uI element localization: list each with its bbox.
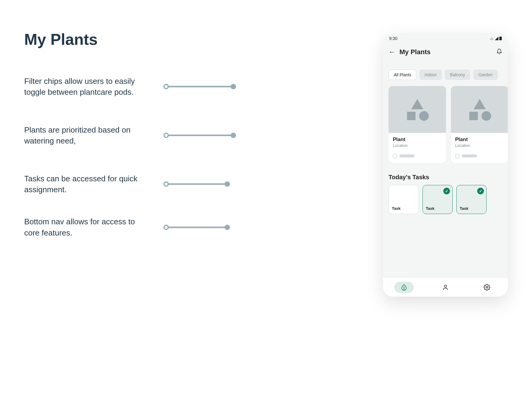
filter-chips: All Plants Indoor Balcony Garden — [383, 70, 508, 86]
plant-location: Location — [393, 143, 442, 148]
plant-name: Plant — [455, 137, 504, 143]
plant-name: Plant — [393, 137, 442, 143]
plant-location: Location — [455, 143, 504, 148]
back-icon[interactable]: ← — [389, 48, 395, 56]
status-bar: 9:30 — [383, 33, 508, 44]
task-cards: Task ✓ Task ✓ Task — [383, 185, 508, 220]
water-icon — [454, 153, 460, 159]
feature-row: Tasks can be accessed for quick assignme… — [24, 173, 260, 195]
feature-text: Filter chips allow users to easily toggl… — [24, 76, 151, 98]
page-headline: My Plants — [24, 30, 260, 48]
bottom-nav — [383, 277, 508, 297]
task-label: Task — [460, 206, 483, 211]
check-icon: ✓ — [443, 188, 450, 194]
water-level-bar — [399, 154, 415, 157]
water-icon — [392, 153, 398, 159]
gear-icon — [484, 284, 490, 291]
feature-row: Plants are prioritized based on watering… — [24, 124, 260, 147]
wifi-icon — [490, 37, 494, 40]
nav-settings[interactable] — [477, 282, 497, 293]
plant-card[interactable]: Plant Location — [451, 86, 508, 163]
battery-icon — [499, 37, 502, 40]
task-card[interactable]: ✓ Task — [422, 185, 453, 214]
nav-plants[interactable] — [394, 282, 414, 293]
notifications-icon[interactable] — [496, 48, 502, 56]
plant-image-placeholder — [389, 86, 446, 133]
feature-text: Plants are prioritized based on watering… — [24, 124, 151, 147]
app-bar: ← My Plants — [383, 44, 508, 61]
svg-point-0 — [444, 285, 446, 287]
feature-text: Bottom nav allows for access to core fea… — [24, 216, 151, 238]
filter-chip-balcony[interactable]: Balcony — [445, 70, 470, 80]
connector-line — [163, 133, 236, 138]
plant-cards: Plant Location Plant Location — [383, 86, 508, 163]
filter-chip-indoor[interactable]: Indoor — [419, 70, 442, 80]
task-card[interactable]: Task — [389, 185, 419, 214]
tasks-header: Today's Tasks — [383, 163, 508, 185]
water-level-bar — [462, 154, 477, 157]
connector-line — [163, 181, 230, 187]
connector-line — [163, 225, 230, 230]
user-icon — [442, 284, 449, 291]
feature-row: Filter chips allow users to easily toggl… — [24, 76, 260, 98]
svg-point-1 — [486, 286, 488, 288]
task-card[interactable]: ✓ Task — [456, 185, 487, 214]
feature-text: Tasks can be accessed for quick assignme… — [24, 173, 151, 195]
plant-card[interactable]: Plant Location — [389, 86, 446, 163]
filter-chip-garden[interactable]: Garden — [473, 70, 498, 80]
app-title: My Plants — [399, 48, 492, 56]
status-time: 9:30 — [389, 36, 397, 41]
feature-row: Bottom nav allows for access to core fea… — [24, 216, 260, 238]
phone-mock: 9:30 ← My Plants All Plants Indoor Balco… — [383, 33, 508, 297]
task-label: Task — [392, 206, 415, 211]
check-icon: ✓ — [477, 188, 484, 194]
filter-chip-all-plants[interactable]: All Plants — [389, 70, 416, 80]
signal-icon — [495, 37, 498, 40]
connector-line — [163, 84, 236, 89]
nav-profile[interactable] — [436, 282, 455, 293]
plant-image-placeholder — [451, 86, 508, 133]
leaf-icon — [401, 284, 407, 291]
task-label: Task — [426, 206, 449, 211]
